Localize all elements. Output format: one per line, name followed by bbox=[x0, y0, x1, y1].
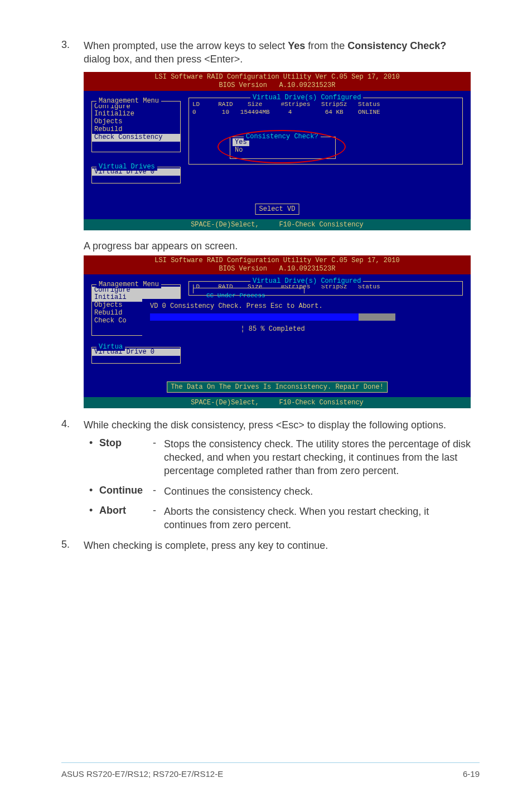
bios2-h2: BIOS Version A.10.09231523R bbox=[219, 265, 336, 273]
step-4-options: • Stop - Stops the consistency check. Th… bbox=[89, 437, 471, 532]
step-4-text: While checking the disk consistency, pre… bbox=[84, 418, 471, 432]
step-3-number: 3. bbox=[61, 39, 84, 66]
management-menu-legend: Management Menu bbox=[96, 97, 161, 105]
step-5-text: When checking is complete, press any key… bbox=[84, 539, 471, 552]
step-5-number: 5. bbox=[61, 539, 84, 552]
option-abort-term: Abort bbox=[99, 505, 153, 516]
bios2-h1: LSI Software RAID Configuration Utility … bbox=[154, 257, 399, 264]
step3-c: dialog box, and then press <Enter>. bbox=[84, 54, 243, 65]
menu-objects[interactable]: Objects bbox=[92, 118, 180, 126]
dash-icon: - bbox=[153, 485, 164, 496]
option-stop-term: Stop bbox=[99, 437, 153, 449]
dash-icon: - bbox=[153, 505, 164, 516]
management-menu-box: Management Menu Configure Initialize Obj… bbox=[91, 101, 181, 152]
bios1-h1: LSI Software RAID Configuration Utility … bbox=[154, 73, 399, 81]
progress-percent: ¦ 85 % Completed bbox=[142, 322, 403, 333]
cc-legend: Consistency Check? bbox=[244, 133, 321, 141]
bullet-icon: • bbox=[89, 437, 99, 449]
bios1-footer: SPACE-(De)Select, F10-Check Consistency bbox=[84, 219, 471, 230]
progress-caption: A progress bar appears on screen. bbox=[84, 240, 471, 252]
virtual-drives-box: Virtual Drives Virtual Drive 0 bbox=[91, 167, 181, 183]
menu-initialize[interactable]: Initialize bbox=[92, 110, 180, 118]
step-3-text: When prompted, use the arrow keys to sel… bbox=[84, 39, 471, 66]
bios-screenshot-2: LSI Software RAID Configuration Utility … bbox=[84, 255, 471, 408]
bios2-header: LSI Software RAID Configuration Utility … bbox=[84, 255, 471, 274]
step3-yes: Yes bbox=[288, 40, 305, 51]
option-continue-desc: Continues the consistency check. bbox=[164, 485, 471, 498]
step3-b: from the bbox=[305, 40, 347, 51]
step3-cc: Consistency Check? bbox=[347, 40, 446, 51]
progress-bar-fill bbox=[150, 313, 359, 321]
step-3: 3. When prompted, use the arrow keys to … bbox=[61, 39, 471, 66]
select-vd-hint: Select VD bbox=[255, 204, 299, 215]
step-4: 4. While checking the disk consistency, … bbox=[61, 418, 471, 432]
repair-done-message: The Data On The Drives Is Inconsistency.… bbox=[167, 381, 388, 393]
menu-rebuild[interactable]: Rebuild bbox=[92, 126, 180, 134]
bullet-icon: • bbox=[89, 505, 99, 516]
option-continue-term: Continue bbox=[99, 485, 153, 496]
cfg-row-0: 0 10 154494MB 4 64 KB ONLINE bbox=[189, 108, 462, 116]
virtual-drives-box-2: Virtua Virtual Drive 0 bbox=[91, 347, 181, 364]
dash-icon: - bbox=[153, 437, 164, 449]
option-continue: • Continue - Continues the consistency c… bbox=[89, 485, 471, 498]
cc-under-process-label: CC Under Process bbox=[206, 292, 265, 299]
progress-dialog: VD 0 Consistency Check. Press Esc to Abo… bbox=[142, 299, 403, 341]
option-stop: • Stop - Stops the consistency check. Th… bbox=[89, 437, 471, 478]
cc-option-no[interactable]: No bbox=[233, 146, 335, 154]
bios1-h2: BIOS Version A.10.09231523R bbox=[219, 81, 336, 89]
cfg-columns: LD RAID Size #Stripes StripSz Status bbox=[189, 100, 462, 108]
virtual-drives-legend-2: Virtua bbox=[96, 343, 125, 351]
consistency-check-dialog: Consistency Check? Yes No bbox=[230, 137, 336, 159]
step-4-number: 4. bbox=[61, 418, 84, 432]
bios1-header: LSI Software RAID Configuration Utility … bbox=[84, 72, 471, 91]
step3-a: When prompted, use the arrow keys to sel… bbox=[84, 40, 288, 51]
option-stop-desc: Stops the consistency check. The utility… bbox=[164, 437, 471, 478]
option-abort-desc: Aborts the consistency check. When you r… bbox=[164, 505, 471, 532]
bios2-body: Management Menu Configure Initiali Objec… bbox=[84, 274, 471, 397]
progress-text: VD 0 Consistency Check. Press Esc to Abo… bbox=[142, 299, 403, 312]
virtual-drives-legend: Virtual Drives bbox=[96, 163, 157, 171]
page-footer: ASUS RS720-E7/RS12; RS720-E7/RS12-E 6-19 bbox=[61, 769, 480, 779]
footer-product: ASUS RS720-E7/RS12; RS720-E7/RS12-E bbox=[61, 769, 223, 779]
menu-check-consistency[interactable]: Check Consistency bbox=[92, 134, 180, 142]
footer-page-number: 6-19 bbox=[463, 769, 480, 779]
bios2-footer: SPACE-(De)Select, F10-Check Consistency bbox=[84, 397, 471, 408]
footer-rule bbox=[61, 762, 480, 763]
step-5: 5. When checking is complete, press any … bbox=[61, 539, 471, 552]
option-abort: • Abort - Aborts the consistency check. … bbox=[89, 505, 471, 532]
bios-screenshot-1: LSI Software RAID Configuration Utility … bbox=[84, 72, 471, 230]
bullet-icon: • bbox=[89, 485, 99, 496]
configured-legend: Virtual Drive(s) Configured bbox=[250, 94, 363, 102]
management-menu-legend-2: Management Menu bbox=[96, 281, 161, 288]
bios1-body: Management Menu Configure Initialize Obj… bbox=[84, 91, 471, 219]
progress-bar bbox=[150, 313, 395, 321]
configured-legend-2: Virtual Drive(s) Configured bbox=[250, 277, 363, 285]
